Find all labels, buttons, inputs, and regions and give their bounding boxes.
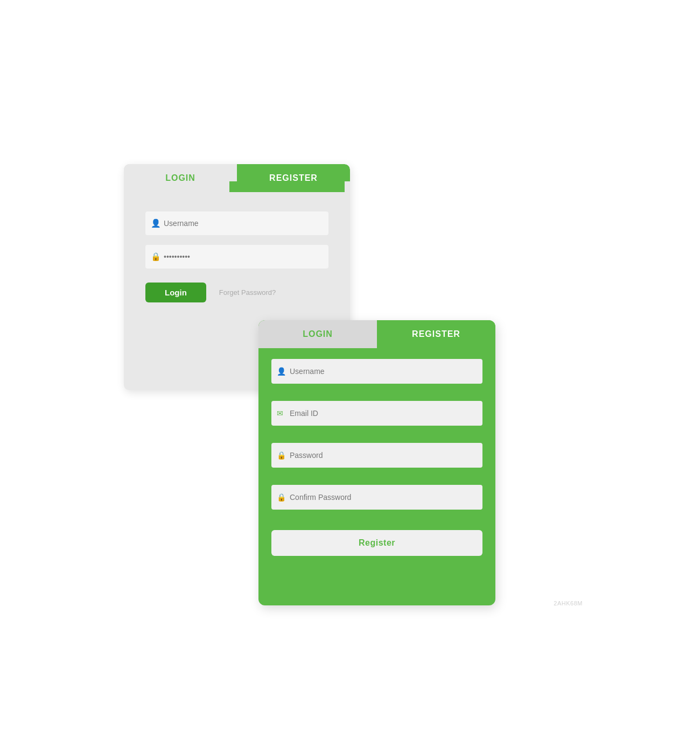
password-input[interactable]: [145, 245, 328, 269]
card1-body: 👤 🔒 Login Forget Password?: [124, 192, 350, 319]
register-button[interactable]: Register: [271, 530, 482, 556]
reg-confirm-input[interactable]: [271, 485, 482, 510]
tab-register[interactable]: REGISTER: [237, 164, 350, 192]
reg-username-input[interactable]: [271, 359, 482, 384]
reg-email-input[interactable]: [271, 401, 482, 426]
tab-row: LOGIN REGISTER: [124, 164, 350, 192]
reg-confirm-lock-icon: 🔒: [277, 493, 286, 502]
reg-password-input[interactable]: [271, 443, 482, 468]
forget-password-link[interactable]: Forget Password?: [219, 288, 276, 297]
password-group: 🔒: [145, 245, 328, 269]
tab-login[interactable]: LOGIN: [124, 164, 237, 192]
reg-lock-icon: 🔒: [277, 451, 286, 460]
tab-login-2[interactable]: LOGIN: [258, 320, 377, 348]
watermark: 2AHK68M: [554, 600, 583, 606]
username-input[interactable]: [145, 211, 328, 235]
card2-body: 👤 ✉ 🔒 🔒 Register: [258, 348, 495, 569]
username-group: 👤: [145, 211, 328, 235]
lock-icon: 🔒: [151, 252, 161, 262]
scene: LOGIN REGISTER 👤 🔒 Login Forget Password…: [108, 132, 592, 616]
reg-email-icon: ✉: [277, 409, 283, 418]
tab-row-2: LOGIN REGISTER: [258, 320, 495, 348]
user-icon: 👤: [151, 218, 161, 228]
tab-register-2[interactable]: REGISTER: [377, 320, 495, 348]
reg-username-group: 👤: [271, 359, 482, 384]
login-button[interactable]: Login: [145, 283, 206, 302]
btn-row: Login Forget Password?: [145, 283, 328, 302]
reg-confirm-group: 🔒: [271, 485, 482, 510]
register-card: LOGIN REGISTER 👤 ✉ 🔒 🔒 Register: [258, 320, 495, 605]
reg-user-icon: 👤: [277, 367, 286, 376]
reg-password-group: 🔒: [271, 443, 482, 468]
reg-email-group: ✉: [271, 401, 482, 426]
